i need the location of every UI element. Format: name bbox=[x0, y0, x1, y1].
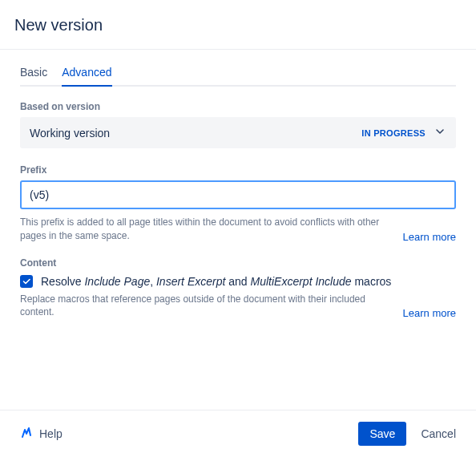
cancel-button[interactable]: Cancel bbox=[421, 427, 456, 440]
based-on-label: Based on version bbox=[20, 101, 456, 112]
help-label: Help bbox=[39, 427, 63, 440]
based-on-value: Working version bbox=[30, 127, 110, 140]
prefix-input[interactable] bbox=[20, 180, 456, 209]
tab-advanced[interactable]: Advanced bbox=[62, 61, 111, 87]
help-link[interactable]: Help bbox=[20, 427, 63, 442]
content-learn-more-link[interactable]: Learn more bbox=[403, 307, 456, 319]
prefix-label: Prefix bbox=[20, 164, 456, 176]
prefix-help-text: This prefix is added to all page titles … bbox=[20, 216, 393, 243]
content-help-text: Replace macros that reference pages outs… bbox=[20, 293, 393, 320]
chevron-down-icon bbox=[434, 125, 446, 140]
resolve-macros-checkbox[interactable] bbox=[20, 275, 33, 288]
help-icon bbox=[20, 427, 33, 442]
resolve-macros-label: Resolve Include Page, Insert Excerpt and… bbox=[41, 275, 391, 288]
based-on-selector[interactable]: Working version IN PROGRESS bbox=[20, 117, 456, 148]
content-label: Content bbox=[20, 257, 456, 269]
status-badge: IN PROGRESS bbox=[361, 128, 426, 138]
page-title: New version bbox=[14, 16, 462, 34]
tabs: Basic Advanced bbox=[20, 61, 456, 87]
prefix-learn-more-link[interactable]: Learn more bbox=[403, 231, 456, 243]
save-button[interactable]: Save bbox=[358, 422, 406, 446]
tab-basic[interactable]: Basic bbox=[20, 61, 47, 87]
